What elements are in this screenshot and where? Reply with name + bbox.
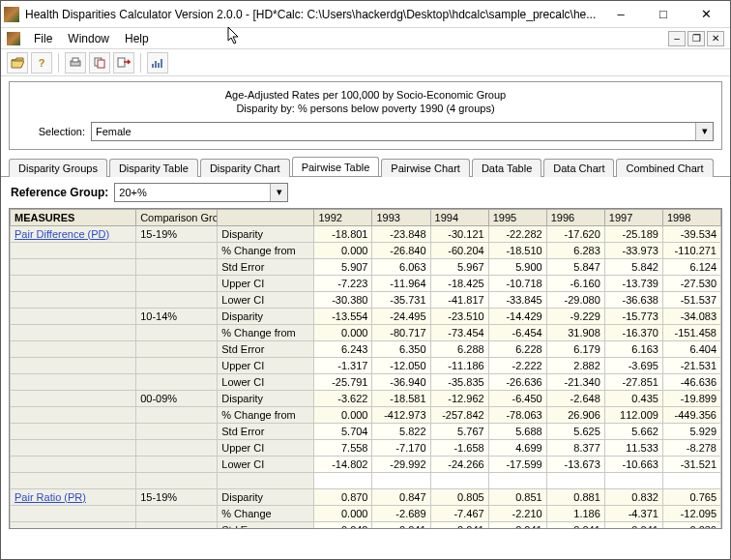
value-cell: 4.699 xyxy=(488,439,546,456)
metric-cell: Disparity xyxy=(218,488,314,505)
tab-combined-chart[interactable]: Combined Chart xyxy=(616,159,713,177)
col-comparison[interactable]: Comparison Group xyxy=(136,209,218,225)
table-row: Pair Difference (PD)15-19%Disparity-18.8… xyxy=(11,225,721,242)
value-cell: 5.822 xyxy=(372,423,430,439)
value-cell: 112.009 xyxy=(604,406,662,423)
value-cell: 0.042 xyxy=(314,521,372,529)
menu-file[interactable]: File xyxy=(26,29,60,48)
value-cell: -12.962 xyxy=(430,390,488,406)
tab-pairwise-chart[interactable]: Pairwise Chart xyxy=(381,159,470,177)
export-button[interactable] xyxy=(113,52,134,74)
value-cell: 0.765 xyxy=(662,488,720,505)
comparison-cell xyxy=(136,423,218,439)
table-row: % Change from0.000-26.840-60.204-18.5106… xyxy=(11,242,721,258)
comparison-cell xyxy=(136,357,218,373)
tab-data-table[interactable]: Data Table xyxy=(472,159,541,177)
grid-header-row: MEASURESComparison Group1992199319941995… xyxy=(11,209,721,225)
value-cell: -2.648 xyxy=(546,390,604,406)
value-cell: -33.845 xyxy=(488,291,546,308)
tab-data-chart[interactable]: Data Chart xyxy=(543,159,614,177)
mdi-restore-button[interactable]: ❐ xyxy=(687,31,705,46)
value-cell: -25.189 xyxy=(604,225,662,242)
window-title: Health Disparities Calculator Version 2.… xyxy=(25,8,599,21)
value-cell: 6.350 xyxy=(372,340,430,357)
metric-cell: Disparity xyxy=(218,308,314,324)
mdi-minimize-button[interactable]: – xyxy=(668,31,686,46)
value-cell: 0.000 xyxy=(314,406,372,423)
col-year-1992[interactable]: 1992 xyxy=(314,209,372,225)
value-cell: -34.083 xyxy=(662,308,720,324)
col-measures[interactable]: MEASURES xyxy=(11,209,136,225)
close-button[interactable]: ✕ xyxy=(685,4,727,25)
value-cell: -30.380 xyxy=(314,291,372,308)
measure-cell xyxy=(11,308,136,324)
col-year-1998[interactable]: 1998 xyxy=(662,209,720,225)
value-cell: -46.636 xyxy=(662,373,720,390)
value-cell: -80.717 xyxy=(372,324,430,340)
selection-combo[interactable]: Female ▾ xyxy=(91,122,714,141)
tab-disparity-table[interactable]: Disparity Table xyxy=(109,159,198,177)
reference-group-label: Reference Group: xyxy=(11,186,108,199)
mdi-close-button[interactable]: ✕ xyxy=(707,31,724,46)
value-cell: -7.170 xyxy=(372,439,430,456)
metric-cell: Upper CI xyxy=(218,275,314,291)
comparison-cell xyxy=(136,406,218,423)
value-cell: 0.870 xyxy=(314,488,372,505)
selection-label: Selection: xyxy=(17,126,85,137)
tab-disparity-chart[interactable]: Disparity Chart xyxy=(200,159,290,177)
print-button[interactable] xyxy=(65,52,86,74)
printer-icon xyxy=(69,57,82,69)
value-cell: 26.906 xyxy=(546,406,604,423)
value-cell: -31.521 xyxy=(662,456,720,472)
value-cell: 0.041 xyxy=(488,521,546,529)
value-cell: -257.842 xyxy=(430,406,488,423)
copy-icon xyxy=(93,57,106,69)
open-button[interactable] xyxy=(7,52,28,74)
comparison-cell: 15-19% xyxy=(136,488,218,505)
value-cell: -27.530 xyxy=(662,275,720,291)
measure-link[interactable]: Pair Ratio (PR) xyxy=(15,491,86,503)
app-icon xyxy=(4,7,19,22)
col-metric[interactable] xyxy=(218,209,314,225)
reference-group-row: Reference Group: 20+% ▾ xyxy=(1,177,730,208)
minimize-button[interactable]: – xyxy=(599,4,642,25)
value-cell: -23.848 xyxy=(372,225,430,242)
comparison-cell: 15-19% xyxy=(136,225,218,242)
comparison-cell xyxy=(136,373,218,390)
value-cell: -11.186 xyxy=(430,357,488,373)
col-year-1995[interactable]: 1995 xyxy=(488,209,546,225)
tab-pairwise-table[interactable]: Pairwise Table xyxy=(292,157,380,176)
value-cell: 6.288 xyxy=(430,340,488,357)
col-year-1994[interactable]: 1994 xyxy=(430,209,488,225)
menu-help[interactable]: Help xyxy=(117,29,157,48)
copy-button[interactable] xyxy=(89,52,110,74)
tab-disparity-groups[interactable]: Disparity Groups xyxy=(9,159,107,177)
value-cell: 0.041 xyxy=(372,521,430,529)
reference-group-combo[interactable]: 20+% ▾ xyxy=(114,183,288,202)
measure-cell: Pair Ratio (PR) xyxy=(11,488,136,505)
measure-cell xyxy=(11,423,136,439)
help-button[interactable]: ? xyxy=(31,52,52,74)
value-cell: -30.121 xyxy=(430,225,488,242)
value-cell: -16.370 xyxy=(604,324,662,340)
value-cell: 6.179 xyxy=(546,340,604,357)
value-cell: -36.940 xyxy=(372,373,430,390)
col-year-1997[interactable]: 1997 xyxy=(604,209,662,225)
value-cell: 31.908 xyxy=(546,324,604,340)
table-row: Std Error5.9076.0635.9675.9005.8475.8426… xyxy=(11,258,721,275)
menu-window[interactable]: Window xyxy=(60,29,117,48)
measure-link[interactable]: Pair Difference (PD) xyxy=(15,228,109,240)
comparison-cell xyxy=(136,275,218,291)
value-cell: 5.767 xyxy=(430,423,488,439)
maximize-button[interactable]: □ xyxy=(642,4,685,25)
col-year-1993[interactable]: 1993 xyxy=(372,209,430,225)
col-year-1996[interactable]: 1996 xyxy=(546,209,604,225)
chart-options-button[interactable] xyxy=(147,52,168,74)
measure-cell xyxy=(11,439,136,456)
table-row: Std Error5.7045.8225.7675.6885.6255.6625… xyxy=(11,423,721,439)
value-cell: -8.278 xyxy=(662,439,720,456)
menu-bar: File Window Help – ❐ ✕ xyxy=(1,28,730,49)
value-cell: -18.425 xyxy=(430,275,488,291)
value-cell: -21.340 xyxy=(546,373,604,390)
results-grid[interactable]: MEASURESComparison Group1992199319941995… xyxy=(9,208,722,529)
